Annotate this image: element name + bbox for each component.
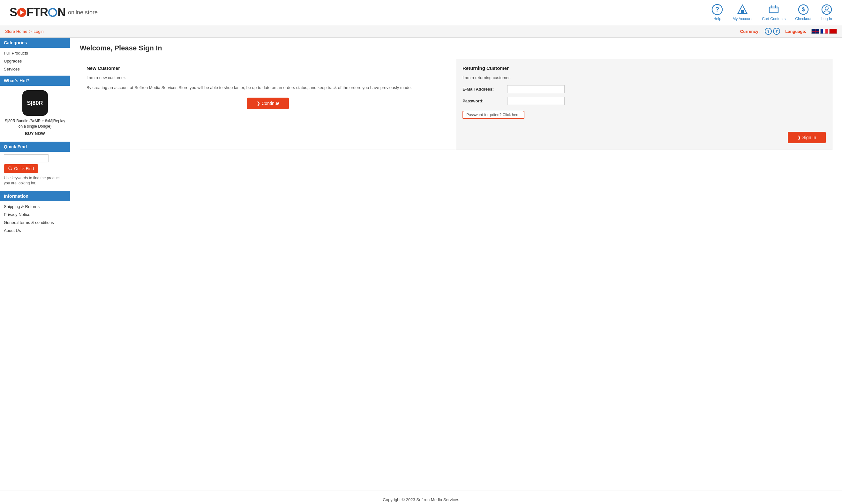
breadcrumb-left: Store Home > Login bbox=[5, 29, 44, 34]
svg-point-7 bbox=[825, 7, 828, 10]
sidebar-whats-hot-section: What's Hot? S|80R S|80R Bundle (8xMR + 8… bbox=[0, 76, 70, 139]
logo-n: N bbox=[57, 6, 66, 19]
help-icon: ? bbox=[712, 4, 723, 15]
returning-customer-panel: Returning Customer I am a returning cust… bbox=[456, 59, 832, 150]
product-icon-text: S|80R bbox=[27, 100, 43, 107]
copyright-text: Copyright © 2023 Softron Media Services bbox=[383, 497, 459, 502]
sidebar-item-terms[interactable]: General terms & conditions bbox=[0, 218, 70, 227]
sidebar-quick-find-section: Quick Find Quick Find Use keywords to fi… bbox=[0, 142, 70, 189]
new-customer-heading: New Customer bbox=[87, 66, 450, 71]
quick-find-input[interactable] bbox=[4, 155, 49, 162]
cart-label: Cart Contents bbox=[762, 17, 786, 21]
password-input[interactable] bbox=[507, 97, 565, 105]
continue-button[interactable]: ❯ Continue bbox=[247, 97, 289, 109]
my-account-label: My Account bbox=[733, 17, 752, 21]
breadcrumb-separator: > bbox=[29, 29, 32, 34]
help-label: Help bbox=[713, 17, 721, 21]
login-label: Log In bbox=[821, 17, 832, 21]
breadcrumb-current: Login bbox=[34, 29, 44, 34]
returning-customer-intro: I am a returning customer. bbox=[462, 75, 826, 80]
sidebar: Categories Full Products Upgrades Servic… bbox=[0, 38, 70, 478]
login-icon bbox=[821, 4, 832, 15]
flag-fr[interactable] bbox=[820, 29, 828, 34]
language-buttons bbox=[811, 29, 837, 34]
logo-play-icon bbox=[17, 8, 26, 17]
new-customer-intro: I am a new customer. bbox=[87, 75, 450, 80]
whats-hot-product: S|80R S|80R Bundle (8xMR + 8xM|Replay on… bbox=[0, 87, 70, 139]
buy-now-label[interactable]: BUY NOW bbox=[3, 131, 67, 136]
sidebar-item-upgrades[interactable]: Upgrades bbox=[0, 57, 70, 65]
language-label: Language: bbox=[785, 29, 806, 34]
checkout-icon: $ bbox=[797, 4, 809, 15]
returning-customer-heading: Returning Customer bbox=[462, 66, 826, 71]
new-customer-description: By creating an account at Softron Media … bbox=[87, 85, 450, 91]
quick-find-button-label: Quick Find bbox=[14, 166, 34, 171]
sidebar-item-services[interactable]: Services bbox=[0, 65, 70, 73]
whats-hot-heading: What's Hot? bbox=[0, 76, 70, 86]
svg-rect-2 bbox=[741, 10, 744, 13]
cart-icon bbox=[768, 4, 779, 15]
email-label: E-Mail Address: bbox=[462, 87, 504, 92]
nav-cart-contents[interactable]: Cart Contents bbox=[762, 4, 786, 21]
logo-o-icon bbox=[48, 8, 57, 17]
header: S FTR N online store ? Help My Account bbox=[0, 0, 842, 25]
nav-checkout[interactable]: $ Checkout bbox=[795, 4, 811, 21]
email-input[interactable] bbox=[507, 85, 565, 93]
search-icon bbox=[8, 166, 12, 170]
product-icon[interactable]: S|80R bbox=[22, 90, 48, 116]
svg-line-9 bbox=[11, 169, 12, 170]
currency-label: Currency: bbox=[740, 29, 760, 34]
store-home-link[interactable]: Store Home bbox=[5, 29, 27, 34]
password-label: Password: bbox=[462, 98, 504, 103]
quick-find-button[interactable]: Quick Find bbox=[4, 164, 38, 173]
quick-find-hint: Use keywords to find the product you are… bbox=[0, 173, 70, 189]
logo-subtitle: online store bbox=[68, 9, 98, 16]
product-name: S|80R Bundle (8xMR + 8xM|Replay on a sin… bbox=[3, 118, 67, 129]
main-content: Welcome, Please Sign In New Customer I a… bbox=[70, 38, 842, 478]
logo-s: S bbox=[10, 6, 17, 19]
sidebar-information-section: Information Shipping & Returns Privacy N… bbox=[0, 191, 70, 234]
sign-in-button[interactable]: ❯ Sign In bbox=[788, 132, 826, 143]
sidebar-item-about[interactable]: About Us bbox=[0, 227, 70, 234]
nav-help[interactable]: ? Help bbox=[712, 4, 723, 21]
checkout-label: Checkout bbox=[795, 17, 811, 21]
flag-other[interactable] bbox=[829, 29, 837, 34]
sidebar-item-full-products[interactable]: Full Products bbox=[0, 49, 70, 57]
logo-area: S FTR N online store bbox=[10, 6, 98, 19]
page-title: Welcome, Please Sign In bbox=[80, 44, 832, 52]
sidebar-categories-section: Categories Full Products Upgrades Servic… bbox=[0, 38, 70, 73]
logo: S FTR N online store bbox=[10, 6, 98, 19]
new-customer-panel: New Customer I am a new customer. By cre… bbox=[80, 59, 456, 150]
svg-rect-3 bbox=[769, 7, 778, 13]
nav-my-account[interactable]: My Account bbox=[733, 4, 752, 21]
svg-text:$: $ bbox=[802, 7, 805, 12]
email-row: E-Mail Address: bbox=[462, 85, 826, 93]
forgot-password-link[interactable]: Password forgotten? Click here. bbox=[462, 111, 524, 119]
nav-icons: ? Help My Account Cart Contents bbox=[712, 4, 832, 21]
currency-buttons: $ € bbox=[765, 28, 780, 35]
sidebar-item-privacy[interactable]: Privacy Notice bbox=[0, 211, 70, 218]
currency-usd[interactable]: $ bbox=[765, 28, 772, 35]
password-row: Password: bbox=[462, 97, 826, 105]
quick-find-heading: Quick Find bbox=[0, 142, 70, 152]
sign-in-grid: New Customer I am a new customer. By cre… bbox=[80, 59, 832, 150]
breadcrumb: Store Home > Login Currency: $ € Languag… bbox=[0, 25, 842, 38]
sidebar-item-shipping[interactable]: Shipping & Returns bbox=[0, 202, 70, 211]
currency-eur[interactable]: € bbox=[773, 28, 780, 35]
footer: Copyright © 2023 Softron Media Services bbox=[0, 491, 842, 504]
svg-point-8 bbox=[8, 167, 11, 169]
my-account-icon bbox=[737, 4, 748, 15]
information-heading: Information bbox=[0, 191, 70, 201]
logo-ft: FTR bbox=[27, 6, 48, 19]
categories-heading: Categories bbox=[0, 38, 70, 48]
nav-log-in[interactable]: Log In bbox=[821, 4, 832, 21]
breadcrumb-right: Currency: $ € Language: bbox=[740, 28, 837, 35]
main-layout: Categories Full Products Upgrades Servic… bbox=[0, 38, 842, 478]
svg-text:?: ? bbox=[715, 6, 719, 13]
flag-uk[interactable] bbox=[811, 29, 819, 34]
